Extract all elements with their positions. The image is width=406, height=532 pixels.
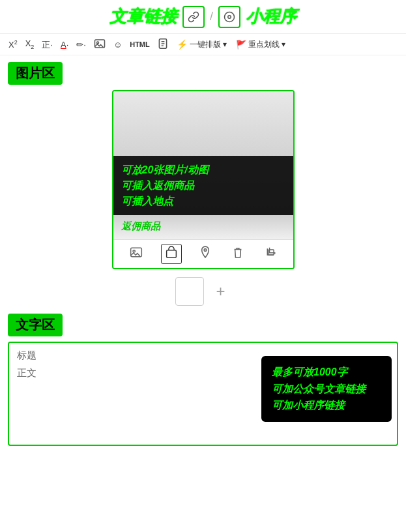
image-insert-button[interactable]	[92, 37, 108, 52]
header-bar: 文章链接 / 小程序	[0, 0, 406, 33]
image-section-label: 图片区	[8, 62, 63, 85]
one-key-arrange-button[interactable]: ⚡ 一键排版 ▾	[174, 38, 229, 52]
text-section: 文字区 标题 正文 最多可放1000字 可加公众号文章链接 可加小程序链接	[8, 314, 398, 446]
highlight-dropdown-icon: ▾	[282, 40, 285, 49]
main-content: 图片区 可放20张图片/动图 可插入返佣商品 可插入地点 返佣商品	[0, 55, 406, 452]
superscript-button[interactable]: X2	[7, 38, 20, 50]
svg-point-3	[96, 42, 98, 44]
card-image-button[interactable]	[126, 245, 147, 263]
header-title-right: 小程序	[246, 5, 297, 28]
font-color-button[interactable]: A·	[59, 39, 70, 50]
body-label: 正文	[17, 367, 36, 379]
product-row: 返佣商品	[113, 215, 293, 239]
link-icon-button[interactable]	[182, 6, 205, 28]
html-button[interactable]: HTML	[128, 40, 152, 50]
tooltip-line-1: 最多可放1000字	[272, 364, 381, 381]
card-toolbar	[113, 239, 293, 268]
svg-point-1	[228, 15, 231, 18]
text-style-button[interactable]: 正·	[40, 39, 55, 50]
svg-point-0	[225, 12, 235, 22]
empty-card-button[interactable]	[175, 277, 204, 306]
arrange-dropdown-icon: ▾	[223, 40, 227, 49]
card-delete-button[interactable]	[229, 244, 247, 263]
tooltip-line-3: 可加小程序链接	[272, 397, 381, 414]
text-tooltip: 最多可放1000字 可加公众号文章链接 可加小程序链接	[261, 356, 392, 422]
image-section: 图片区 可放20张图片/动图 可插入返佣商品 可插入地点 返佣商品	[8, 62, 398, 269]
highlight-line-button[interactable]: 🚩 重点划线 ▾	[233, 38, 288, 52]
text-section-label: 文字区	[8, 314, 63, 336]
overlay-line-1: 可放20张图片/动图	[121, 162, 285, 178]
flag-icon: 🚩	[236, 40, 246, 50]
file-button[interactable]	[156, 37, 170, 52]
svg-rect-5	[130, 248, 141, 256]
svg-rect-7	[166, 250, 176, 258]
emoji-button[interactable]: ☺	[111, 39, 124, 50]
svg-point-6	[133, 250, 135, 252]
card-bag-button[interactable]	[161, 244, 182, 264]
subscript-button[interactable]: X2	[23, 38, 36, 52]
text-card[interactable]: 标题 正文 最多可放1000字 可加公众号文章链接 可加小程序链接	[8, 342, 398, 446]
program-icon-button[interactable]	[218, 6, 240, 28]
header-separator: /	[210, 10, 213, 23]
editor-toolbar: X2 X2 正· A· ✏· ☺ HTML ⚡ 一键排版 ▾ 🚩 重点划线 ▾	[0, 33, 406, 55]
svg-point-8	[204, 249, 207, 252]
header-title-left: 文章链接	[109, 5, 177, 28]
add-plus-button[interactable]: +	[210, 281, 231, 302]
add-section-row: +	[8, 277, 398, 306]
overlay-line-3: 可插入地点	[121, 194, 285, 209]
lightning-icon: ⚡	[177, 39, 188, 50]
image-card: 可放20张图片/动图 可插入返佣商品 可插入地点 返佣商品	[112, 90, 295, 269]
image-preview[interactable]: 可放20张图片/动图 可插入返佣商品 可插入地点	[113, 91, 293, 215]
tooltip-line-2: 可加公众号文章链接	[272, 381, 381, 398]
overlay-line-2: 可插入返佣商品	[121, 178, 285, 194]
card-location-button[interactable]	[196, 244, 214, 263]
image-overlay-text: 可放20张图片/动图 可插入返佣商品 可插入地点	[113, 156, 293, 215]
title-label: 标题	[17, 349, 36, 362]
brush-button[interactable]: ✏·	[74, 39, 88, 50]
card-crop-button[interactable]	[261, 245, 281, 263]
product-label: 返佣商品	[121, 220, 160, 233]
